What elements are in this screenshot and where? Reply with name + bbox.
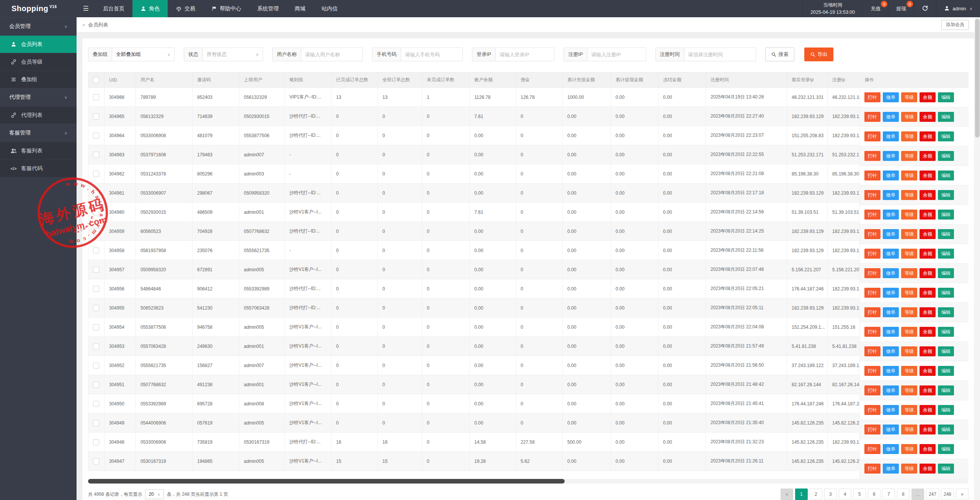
balance-button[interactable]: 余额 [920,92,936,102]
inject-button[interactable]: 打针 [864,327,880,337]
level-button[interactable]: 等级 [901,425,917,434]
inject-button[interactable]: 打针 [864,464,880,474]
balance-button[interactable]: 余额 [920,151,936,161]
make-order-button[interactable]: 做单 [883,112,899,122]
horizontal-scrollbar-track[interactable] [88,479,969,484]
level-button[interactable]: 等级 [901,366,917,376]
level-button[interactable]: 等级 [901,464,917,474]
row-checkbox[interactable] [93,113,99,120]
level-button[interactable]: 等级 [901,385,917,395]
sidebar-group-0[interactable]: 会员管理∨ [0,17,77,35]
make-order-button[interactable]: 做单 [883,210,899,220]
recharge-nav-item[interactable]: 充值 9 [862,0,888,17]
search-button[interactable]: 搜索 [765,48,794,61]
inject-button[interactable]: 打针 [864,170,880,180]
export-button[interactable]: 导出 [804,48,833,61]
sidebar-item-2-0[interactable]: 客服列表 [0,142,77,159]
edit-button[interactable]: 编辑 [938,210,954,220]
edit-button[interactable]: 编辑 [938,405,954,415]
edit-button[interactable]: 编辑 [938,131,954,141]
nav-item-5[interactable]: 商城 [287,0,314,17]
edit-button[interactable]: 编辑 [938,112,954,122]
row-checkbox[interactable] [93,458,99,464]
nav-item-1[interactable]: 角色 [132,0,168,17]
row-checkbox[interactable] [93,286,99,292]
level-button[interactable]: 等级 [901,229,917,239]
page-button-5[interactable]: 5 [853,489,866,500]
vertical-scrollbar-thumb[interactable] [975,19,980,138]
row-checkbox[interactable] [93,382,99,388]
row-checkbox[interactable] [93,362,99,369]
inject-button[interactable]: 打针 [864,307,880,317]
select-all-checkbox[interactable] [93,77,99,83]
prev-page-button[interactable]: « [781,489,793,500]
edit-button[interactable]: 编辑 [938,151,954,161]
status-select[interactable]: 所有状态 ∨ [203,48,263,61]
horizontal-scrollbar-thumb[interactable] [88,479,565,484]
level-button[interactable]: 等级 [901,92,917,102]
sidebar-group-2[interactable]: 客服管理∨ [0,124,77,142]
row-checkbox[interactable] [93,420,99,426]
row-checkbox[interactable] [93,94,99,100]
sidebar-item-2-1[interactable]: </>客服代码 [0,159,77,177]
row-checkbox[interactable] [93,305,99,311]
edit-button[interactable]: 编辑 [938,346,954,356]
next-page-button[interactable]: » [956,489,969,500]
balance-button[interactable]: 余额 [920,229,936,239]
row-checkbox[interactable] [93,133,99,139]
row-checkbox[interactable] [93,152,99,158]
inject-button[interactable]: 打针 [864,92,880,102]
sidebar-item-0-1[interactable]: 会员等级 [0,53,77,70]
page-button-8[interactable]: 8 [897,489,910,500]
row-checkbox[interactable] [93,439,99,445]
level-button[interactable]: 等级 [901,327,917,337]
level-button[interactable]: 等级 [901,288,917,298]
balance-button[interactable]: 余额 [920,307,936,317]
level-button[interactable]: 等级 [901,444,917,454]
balance-button[interactable]: 余额 [920,112,936,122]
balance-button[interactable]: 余额 [920,425,936,434]
row-checkbox[interactable] [93,401,99,407]
row-checkbox[interactable] [93,267,99,273]
level-button[interactable]: 等级 [901,405,917,415]
inject-button[interactable]: 打针 [864,346,880,356]
nav-item-0[interactable]: 后台首页 [95,0,132,17]
balance-button[interactable]: 余额 [920,405,936,415]
page-button-6[interactable]: 6 [868,489,880,500]
inject-button[interactable]: 打针 [864,249,880,259]
user-menu[interactable]: admin ∧ [936,0,980,17]
edit-button[interactable]: 编辑 [938,190,954,200]
nav-item-6[interactable]: 站内信 [314,0,346,17]
make-order-button[interactable]: 做单 [883,229,899,239]
reg-time-input[interactable] [684,48,756,61]
hamburger-menu-icon[interactable]: ☰ [77,0,95,17]
nav-item-3[interactable]: 帮助中心 [203,0,249,17]
page-button-247[interactable]: 247 [926,489,939,500]
edit-button[interactable]: 编辑 [938,92,954,102]
balance-button[interactable]: 余额 [920,249,936,259]
refresh-button[interactable] [914,0,936,17]
page-button-1[interactable]: 1 [795,489,808,500]
balance-button[interactable]: 余额 [920,131,936,141]
balance-button[interactable]: 余额 [920,268,936,278]
make-order-button[interactable]: 做单 [883,249,899,259]
inject-button[interactable]: 打针 [864,425,880,434]
make-order-button[interactable]: 做单 [883,151,899,161]
inject-button[interactable]: 打针 [864,229,880,239]
add-member-button[interactable]: 添加会员 [941,20,969,30]
level-button[interactable]: 等级 [901,307,917,317]
row-checkbox[interactable] [93,248,99,254]
make-order-button[interactable]: 做单 [883,385,899,395]
inject-button[interactable]: 打针 [864,405,880,415]
balance-button[interactable]: 余额 [920,464,936,474]
edit-button[interactable]: 编辑 [938,229,954,239]
username-input[interactable] [301,48,363,61]
edit-button[interactable]: 编辑 [938,366,954,376]
inject-button[interactable]: 打针 [864,131,880,141]
level-button[interactable]: 等级 [901,190,917,200]
level-button[interactable]: 等级 [901,112,917,122]
vertical-scrollbar-track[interactable] [975,17,980,500]
level-button[interactable]: 等级 [901,151,917,161]
make-order-button[interactable]: 做单 [883,366,899,376]
inject-button[interactable]: 打针 [864,210,880,220]
